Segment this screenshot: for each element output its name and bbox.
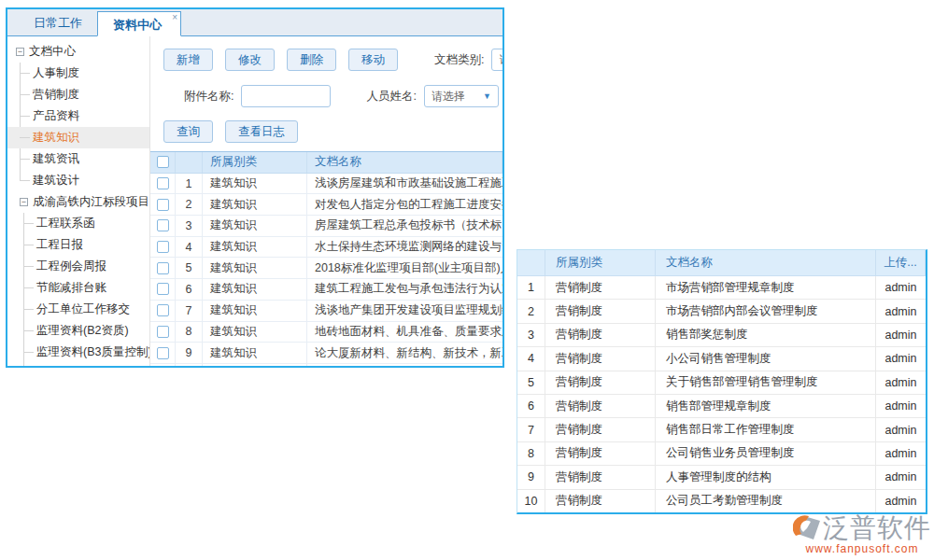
sidebar-item[interactable]: 人事制度 <box>7 63 149 84</box>
row-number: 2 <box>517 300 545 322</box>
sidebar-item[interactable]: 建筑知识 <box>7 127 149 148</box>
sidebar-item[interactable]: 建筑设计 <box>7 170 149 191</box>
logo-url: www.fanpusoft.com <box>805 542 918 555</box>
close-tab-icon[interactable]: × <box>172 12 177 23</box>
add-button[interactable]: 新增 <box>163 49 213 71</box>
row-docname: 浅谈房屋建筑和市政基础设施工程施工... <box>307 174 502 194</box>
row-uploader: admin <box>876 347 926 370</box>
row-docname: 市场营销部管理规章制度 <box>656 276 876 299</box>
row-checkbox-cell <box>150 237 176 258</box>
sidebar-node-document-center[interactable]: − 文档中心 <box>7 41 149 63</box>
table-row[interactable]: 5 营销制度 关于销售部管理销售管理制度 admin <box>517 371 926 395</box>
table-row[interactable]: 1 营销制度 市场营销部管理规章制度 admin <box>517 276 926 300</box>
collapse-icon[interactable]: − <box>20 198 28 206</box>
row-number: 7 <box>517 418 545 441</box>
table-row[interactable]: 9 建筑知识 论大厦新材料、新结构、新技术，新工... <box>150 343 502 364</box>
move-button[interactable]: 移动 <box>348 49 398 71</box>
row-docname: 水土保持生态环境监测网络的建设与资... <box>307 237 502 258</box>
row-number: 3 <box>176 216 203 236</box>
sidebar-node-label: 文档中心 <box>29 44 76 60</box>
row-checkbox[interactable] <box>157 262 169 274</box>
table-row[interactable]: 3 建筑知识 房屋建筑工程总承包投标书（技术标）... <box>150 216 502 237</box>
sidebar-item[interactable]: 工程联系函 <box>7 213 149 234</box>
table-row[interactable]: 5 建筑知识 2018标准化监理项目部(业主项目部)人员... <box>150 258 502 279</box>
table-row[interactable]: 4 建筑知识 水土保持生态环境监测网络的建设与资... <box>150 237 502 259</box>
attachment-name-input[interactable] <box>241 85 331 107</box>
category-column-header: 所属别类 <box>203 152 307 173</box>
table-row[interactable]: 3 营销制度 销售部奖惩制度 admin <box>517 324 926 347</box>
table-row[interactable]: 9 营销制度 人事管理制度的结构 admin <box>517 466 926 489</box>
document-table: 所属别类 文档名称 1 建筑知识 浅谈房屋建筑和市政基础设施工程施工... 2 … <box>150 151 502 366</box>
row-checkbox[interactable] <box>157 177 169 189</box>
row-number: 6 <box>176 279 203 300</box>
person-name-select[interactable]: 请选择 ▼ <box>424 85 499 107</box>
table-row[interactable]: 10 建筑知识 大厦地下室加气砼墙砌筑工程的施工方... <box>150 364 502 366</box>
row-checkbox[interactable] <box>157 304 169 316</box>
table-row[interactable]: 7 建筑知识 浅谈地产集团开发建设项目监理规划编... <box>150 301 502 322</box>
row-category: 建筑知识 <box>203 322 307 343</box>
table-row[interactable]: 2 营销制度 市场营销部内部会议管理制度 admin <box>517 300 926 323</box>
sidebar-item[interactable]: 分工单位工作移交 <box>7 299 149 320</box>
table-row[interactable]: 1 建筑知识 浅谈房屋建筑和市政基础设施工程施工... <box>150 174 502 195</box>
table-header-row: 所属别类 文档名称 <box>150 152 502 174</box>
sidebar-item[interactable]: 工程例会周报 <box>7 256 149 277</box>
table-row[interactable]: 10 营销制度 公司员工考勤管理制度 admin <box>517 490 926 513</box>
row-checkbox[interactable] <box>157 219 169 231</box>
sidebar-item[interactable]: 监理资料(B2资质) <box>7 320 149 342</box>
row-checkbox[interactable] <box>157 283 169 295</box>
tab-data-center[interactable]: 资料中心 × <box>97 11 181 36</box>
table-row[interactable]: 6 营销制度 销售部管理规章制度 admin <box>517 395 926 418</box>
view-log-button[interactable]: 查看日志 <box>225 120 298 143</box>
row-category: 营销制度 <box>545 276 656 299</box>
attachment-name-label: 附件名称: <box>184 89 234 105</box>
delete-button[interactable]: 删除 <box>287 49 336 71</box>
query-button[interactable]: 查询 <box>163 120 213 143</box>
row-checkbox-cell <box>150 279 176 300</box>
row-checkbox[interactable] <box>157 347 169 359</box>
table-row[interactable]: 8 建筑知识 地砖地面材料、机具准备、质量要求及... <box>150 322 502 343</box>
table-row[interactable]: 2 建筑知识 对发包人指定分包的工程施工进度安排... <box>150 194 502 216</box>
row-category: 营销制度 <box>545 490 656 512</box>
row-category: 营销制度 <box>545 300 656 322</box>
row-docname: 公司销售业务员管理制度 <box>656 442 876 465</box>
row-category: 建筑知识 <box>203 343 307 363</box>
sidebar-item[interactable]: 节能减排台账 <box>7 277 149 299</box>
row-checkbox[interactable] <box>157 199 169 211</box>
select-all-checkbox[interactable] <box>157 156 169 168</box>
sidebar-node-project[interactable]: − 成渝高铁内江标段项目 <box>7 191 149 213</box>
row-checkbox[interactable] <box>157 326 169 338</box>
table-row[interactable]: 8 营销制度 公司销售业务员管理制度 admin <box>517 442 926 466</box>
sidebar-item[interactable]: 监理资料(B4质量控制) <box>7 363 149 366</box>
row-docname: 大厦地下室加气砼墙砌筑工程的施工方... <box>307 364 502 366</box>
row-docname: 销售部管理规章制度 <box>656 395 876 417</box>
row-number: 1 <box>176 174 203 194</box>
sidebar-item[interactable]: 营销制度 <box>7 84 149 105</box>
chevron-down-icon: ▼ <box>483 91 491 101</box>
doc-category-select[interactable]: 请选择 ▼ <box>491 49 502 71</box>
row-docname: 市场营销部内部会议管理制度 <box>656 300 876 322</box>
category-column-header: 所属别类 <box>545 250 656 275</box>
sidebar-item[interactable]: 监理资料(B3质量控制) <box>7 342 149 363</box>
row-uploader: admin <box>876 276 926 299</box>
table-row[interactable]: 4 营销制度 小公司销售管理制度 admin <box>517 347 926 371</box>
row-uploader: admin <box>876 466 926 488</box>
row-category: 建筑知识 <box>203 174 307 194</box>
row-category: 建筑知识 <box>203 258 307 278</box>
collapse-icon[interactable]: − <box>16 48 24 56</box>
doc-category-value: 请选择 <box>499 52 502 68</box>
row-category: 营销制度 <box>545 324 656 346</box>
row-checkbox-cell <box>150 322 176 343</box>
sidebar-item[interactable]: 产品资料 <box>7 105 149 127</box>
row-checkbox-cell <box>150 194 176 215</box>
sidebar-item[interactable]: 建筑资讯 <box>7 148 149 170</box>
tab-daily-work[interactable]: 日常工作 <box>19 10 97 35</box>
sidebar-item[interactable]: 工程日报 <box>7 234 149 256</box>
table-row[interactable]: 6 建筑知识 建筑工程施工发包与承包违法行为认定... <box>150 279 502 301</box>
modify-button[interactable]: 修改 <box>225 49 275 71</box>
row-number: 9 <box>517 466 545 488</box>
row-checkbox[interactable] <box>157 241 169 253</box>
table-row[interactable]: 7 营销制度 销售部日常工作管理制度 admin <box>517 418 926 441</box>
row-docname: 论大厦新材料、新结构、新技术，新工... <box>307 343 502 363</box>
tab-bar: 日常工作 资料中心 × <box>7 9 502 36</box>
row-category: 营销制度 <box>545 347 656 370</box>
